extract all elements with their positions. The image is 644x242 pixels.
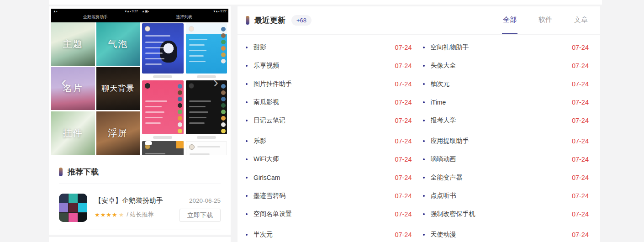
item-date: 07-24 (567, 62, 589, 69)
item-link[interactable]: 强制改密保手机 (431, 210, 475, 218)
tile-pendant: 挂件 (51, 111, 95, 155)
list-item[interactable]: 头像大全07-24 (423, 57, 589, 75)
item-link[interactable]: GirlsCam (253, 174, 280, 181)
recent-updates-panel: 最近更新 +68 全部 软件 文章 甜影07-24 乐享视频07-24 图片挂件… (238, 6, 600, 242)
list-item[interactable]: 日记云笔记07-24 (246, 111, 412, 130)
list-item[interactable]: 报考大学07-24 (423, 111, 589, 130)
tile-chat-background: 聊天背景 (96, 67, 140, 110)
phone-mock-blue (142, 23, 184, 74)
download-item-title[interactable]: 【安卓】企鹅装扮助手 (95, 196, 179, 205)
avatar-rail (221, 84, 226, 133)
bullet-icon (423, 213, 425, 215)
recent-updates-header: 最近更新 +68 全部 软件 文章 (238, 6, 600, 35)
carousel-prev-icon[interactable]: ‹ (61, 74, 66, 89)
tab-all[interactable]: 全部 (502, 6, 517, 34)
carousel-pagination-dot[interactable] (145, 141, 152, 145)
item-date: 07-24 (390, 231, 412, 238)
tab-articles[interactable]: 文章 (573, 6, 589, 34)
phone-mock-pink (142, 80, 184, 134)
item-link[interactable]: 日记云笔记 (253, 116, 285, 125)
bullet-icon (246, 65, 248, 67)
list-item[interactable]: 柚次元07-24 (423, 75, 589, 93)
recommend-download-item[interactable]: 【安卓】企鹅装扮助手 ★★★★★ / 站长推荐 2020-06-25 立即下载 (59, 194, 221, 230)
item-link[interactable]: WiFi大师 (253, 155, 279, 163)
item-link[interactable]: 应用提取助手 (431, 137, 469, 145)
item-link[interactable]: 头像大全 (431, 62, 456, 70)
list-item[interactable]: iTime07-24 (423, 93, 589, 111)
item-link[interactable]: 报考大学 (431, 116, 456, 125)
bullet-icon (423, 65, 425, 67)
item-link[interactable]: 乐影 (253, 137, 266, 145)
phone-mock-white (186, 141, 227, 155)
item-date: 07-24 (567, 231, 589, 238)
recommend-section-title: 推荐下载 (68, 167, 99, 177)
item-link[interactable]: 南瓜影视 (253, 98, 279, 106)
filter-tabs: 全部 软件 文章 (482, 6, 589, 34)
section-bar-icon (246, 16, 249, 25)
star-rating-icon: ★★★★ (95, 211, 118, 218)
tile-bubble: 气泡 (96, 22, 140, 66)
list-item[interactable]: 点点听书07-24 (423, 187, 589, 205)
item-date: 07-24 (567, 174, 589, 181)
bullet-icon (423, 47, 425, 48)
item-link[interactable]: 天使动漫 (431, 231, 456, 239)
list-column-2: 空间礼物助手07-24 头像大全07-24 柚次元07-24 iTime07-2… (423, 38, 589, 242)
signal-battery-time: ▾▲▪ 9:27 (125, 9, 138, 13)
list-item[interactable]: 全能变声器07-24 (423, 168, 589, 187)
item-date: 07-24 (567, 137, 589, 145)
item-link[interactable]: 甜影 (253, 43, 266, 52)
next-section-stub (49, 237, 231, 242)
list-item[interactable]: 乐享视频07-24 (246, 57, 412, 75)
divider (59, 184, 221, 184)
list-item[interactable]: 南瓜影视07-24 (246, 93, 412, 111)
phone-mock-black (186, 80, 227, 134)
list-item[interactable]: 空间名单设置07-24 (246, 205, 412, 223)
list-item[interactable]: 应用提取助手07-24 (423, 132, 589, 150)
item-date: 07-24 (390, 62, 412, 69)
bullet-icon (423, 195, 425, 197)
list-item[interactable]: GirlsCam07-24 (246, 168, 412, 187)
list-item[interactable]: 强制改密保手机07-24 (423, 205, 589, 223)
item-link[interactable]: 点点听书 (431, 192, 456, 200)
item-link[interactable]: 柚次元 (431, 80, 450, 88)
bullet-icon (423, 101, 425, 103)
notification-icons: ▲▪ (53, 9, 57, 13)
tile-float-screen: 浮屏 (96, 111, 140, 155)
notification-icons: ▲▣▪ (142, 9, 149, 13)
item-link[interactable]: 半次元 (253, 231, 273, 239)
tab-software[interactable]: 软件 (538, 6, 553, 34)
item-link[interactable]: 全能变声器 (431, 174, 463, 182)
right-phone-app-title: 选择列表 (140, 13, 228, 21)
mock-caption (197, 136, 216, 139)
corner-badge (176, 141, 184, 148)
item-date: 07-24 (390, 80, 412, 88)
promo-carousel[interactable]: ▲▪ ▾▲▪ 9:27 企鹅装扮助手 ▲▣▪ ▾▲▪ 9:27 选择列表 主题 … (51, 9, 228, 155)
item-link[interactable]: 空间礼物助手 (431, 43, 469, 52)
list-item[interactable]: 空间礼物助手07-24 (423, 38, 589, 57)
list-item[interactable]: WiFi大师07-24 (246, 150, 412, 168)
item-link[interactable]: 图片挂件助手 (253, 80, 292, 88)
item-link[interactable]: 空间名单设置 (253, 210, 292, 218)
list-item[interactable]: 嘀嘀动画07-24 (423, 150, 589, 168)
item-date: 07-24 (567, 99, 589, 106)
item-link[interactable]: 乐享视频 (253, 62, 279, 70)
item-link[interactable]: 墨迹雪碧码 (253, 192, 285, 200)
carousel-next-icon[interactable]: › (213, 74, 218, 89)
list-item[interactable]: 乐影07-24 (246, 132, 412, 150)
download-now-button[interactable]: 立即下载 (179, 209, 221, 222)
item-date: 07-24 (567, 117, 589, 124)
list-item[interactable]: 半次元07-24 (246, 226, 412, 242)
item-date: 07-24 (567, 210, 589, 218)
app-thumbnail[interactable] (59, 194, 87, 222)
list-item[interactable]: 图片挂件助手07-24 (246, 75, 412, 93)
list-item[interactable]: 墨迹雪碧码07-24 (246, 187, 412, 205)
item-date: 07-24 (390, 156, 412, 163)
bullet-icon (246, 177, 248, 179)
recent-section-title: 最近更新 (254, 15, 285, 26)
list-item[interactable]: 甜影07-24 (246, 38, 412, 57)
item-link[interactable]: iTime (431, 99, 446, 106)
tile-label: 主题 (63, 38, 83, 50)
item-link[interactable]: 嘀嘀动画 (431, 155, 456, 163)
tile-label: 挂件 (63, 127, 83, 139)
list-item[interactable]: 天使动漫07-24 (423, 226, 589, 242)
